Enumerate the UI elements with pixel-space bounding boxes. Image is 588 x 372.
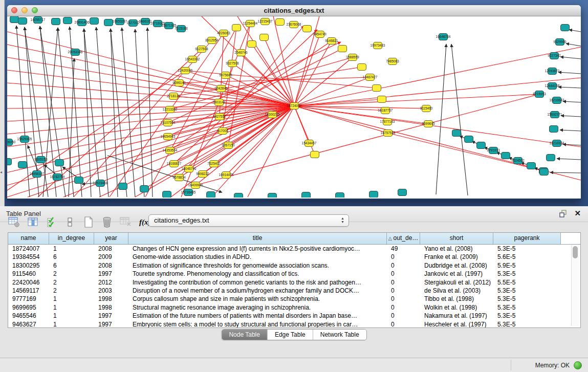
network-node[interactable] bbox=[104, 19, 113, 26]
network-node[interactable] bbox=[561, 25, 570, 31]
table-row[interactable]: 1456911722003Disruption of a novel membe… bbox=[8, 287, 580, 295]
network-node[interactable]: 16914479 bbox=[219, 172, 234, 179]
network-node[interactable]: 7625402 bbox=[207, 161, 221, 167]
vertical-scrollbar[interactable] bbox=[571, 245, 579, 326]
network-node[interactable]: 12213382 bbox=[163, 106, 178, 113]
network-node[interactable]: 19654943 bbox=[161, 134, 176, 140]
network-node[interactable]: 9227342 bbox=[548, 53, 561, 59]
network-node[interactable]: 10973483 bbox=[371, 42, 385, 49]
network-node[interactable]: 17877143 bbox=[380, 119, 395, 125]
network-node[interactable] bbox=[452, 130, 461, 137]
network-node[interactable]: 26206050 bbox=[7, 139, 16, 146]
network-node[interactable] bbox=[303, 26, 312, 32]
tab-network-table[interactable]: Network Table bbox=[313, 330, 366, 340]
column-header-in_degree[interactable]: in_degree bbox=[49, 233, 94, 244]
network-node[interactable]: 8215953 bbox=[533, 91, 546, 98]
table-row[interactable]: 969969511998Structural magnetic resonanc… bbox=[8, 303, 580, 312]
network-node[interactable] bbox=[268, 193, 277, 198]
network-node[interactable]: 16046796 bbox=[182, 166, 197, 172]
column-header-pagerank[interactable]: pagerank bbox=[493, 233, 561, 244]
network-node[interactable] bbox=[527, 163, 536, 169]
network-node[interactable]: 20053346 bbox=[68, 49, 83, 56]
network-node[interactable]: 12210334 bbox=[550, 140, 564, 147]
network-node[interactable]: 9242845 bbox=[214, 85, 228, 92]
show-column-icon[interactable] bbox=[28, 214, 39, 230]
network-node[interactable]: 15692371 bbox=[548, 112, 562, 118]
network-node[interactable]: 11254404 bbox=[243, 20, 258, 27]
network-node[interactable]: 9396140 bbox=[172, 80, 186, 86]
network-node[interactable]: 9498222 bbox=[196, 171, 209, 178]
network-node[interactable] bbox=[373, 85, 381, 92]
network-node[interactable]: 2803144 bbox=[212, 99, 226, 106]
table-row[interactable]: 911546021997Tourette syndrome. Phenomeno… bbox=[8, 270, 580, 278]
column-header-year[interactable]: year bbox=[94, 233, 128, 244]
network-node[interactable] bbox=[276, 19, 285, 26]
network-node[interactable] bbox=[502, 152, 510, 159]
network-node[interactable]: 15529305 bbox=[17, 136, 32, 143]
tab-edge-table[interactable]: Edge Table bbox=[268, 330, 313, 340]
network-node[interactable]: 4226063 bbox=[217, 30, 230, 37]
network-node[interactable] bbox=[398, 189, 407, 196]
network-node[interactable] bbox=[7, 159, 12, 165]
network-node[interactable]: 1588559 bbox=[346, 54, 359, 61]
network-node[interactable]: 9699695 bbox=[422, 121, 435, 127]
network-node[interactable]: 15716485 bbox=[181, 189, 196, 196]
table-selector-dropdown[interactable]: citations_edges.txt ▲▼ bbox=[148, 214, 349, 227]
network-node[interactable] bbox=[550, 126, 558, 133]
network-node[interactable]: 18300295 bbox=[265, 112, 280, 118]
network-node[interactable]: 16107554 bbox=[161, 120, 176, 126]
network-node[interactable]: 7515188 bbox=[175, 26, 188, 32]
network-node[interactable]: 917004 bbox=[217, 128, 228, 135]
network-node[interactable] bbox=[90, 18, 99, 25]
select-columns-icon[interactable] bbox=[46, 214, 57, 230]
network-node[interactable]: 23676068 bbox=[287, 21, 301, 28]
memory-ok-indicator[interactable] bbox=[574, 361, 582, 369]
network-node[interactable] bbox=[260, 34, 269, 41]
new-column-icon[interactable] bbox=[83, 214, 94, 230]
network-node[interactable] bbox=[547, 155, 555, 161]
network-node[interactable]: 9505153 bbox=[34, 157, 48, 163]
window-titlebar[interactable]: citations_edges.txt bbox=[7, 5, 581, 16]
table-row[interactable]: 977716911998Corpus callosum shape and si… bbox=[8, 295, 580, 303]
network-node[interactable]: 16543382 bbox=[185, 56, 200, 63]
network-node[interactable] bbox=[338, 46, 347, 52]
network-node[interactable]: 20891406 bbox=[75, 19, 90, 26]
network-node[interactable] bbox=[311, 151, 319, 158]
network-node[interactable] bbox=[234, 193, 243, 198]
splitter-collapse-icon[interactable]: ◂ bbox=[0, 170, 2, 174]
network-node[interactable] bbox=[52, 18, 60, 25]
scrollbar-thumb[interactable] bbox=[573, 246, 578, 258]
float-panel-icon[interactable] bbox=[558, 209, 568, 218]
network-node[interactable]: 9127508 bbox=[195, 46, 208, 53]
network-node[interactable]: 8454749 bbox=[313, 31, 326, 38]
network-node[interactable] bbox=[75, 177, 83, 184]
network-node[interactable]: 16210643 bbox=[550, 97, 564, 104]
table-row[interactable]: 1938455462009Genome-wide association stu… bbox=[8, 253, 580, 261]
network-node[interactable]: 9115460 bbox=[420, 105, 433, 112]
network-canvas[interactable]: 1405571720891406106532871527002646616110… bbox=[7, 16, 581, 198]
network-node[interactable]: 9327508 bbox=[226, 60, 239, 67]
network-node[interactable] bbox=[163, 191, 171, 198]
network-node[interactable]: 2546746 bbox=[234, 50, 248, 56]
close-panel-icon[interactable]: ✕ bbox=[574, 209, 581, 218]
network-node[interactable]: 9267150 bbox=[222, 142, 235, 149]
network-node[interactable] bbox=[140, 186, 149, 192]
network-node[interactable]: 9146821 bbox=[325, 38, 338, 45]
network-node[interactable] bbox=[540, 169, 549, 176]
network-node[interactable] bbox=[55, 160, 64, 166]
table-row[interactable]: 946362711997Embryonic stem cells: a mode… bbox=[8, 320, 580, 328]
network-node[interactable]: 16187757 bbox=[378, 107, 393, 114]
network-node[interactable] bbox=[207, 192, 215, 198]
tab-node-table[interactable]: Node Table bbox=[222, 330, 268, 340]
network-node[interactable]: 9329966 bbox=[553, 39, 567, 46]
table-row[interactable]: 2242004622012Investigating the contribut… bbox=[8, 278, 580, 287]
network-node[interactable]: 7485083 bbox=[386, 58, 399, 65]
network-node[interactable] bbox=[232, 25, 241, 31]
network-node[interactable]: 12215437 bbox=[258, 18, 273, 25]
network-node[interactable] bbox=[119, 183, 127, 190]
network-node[interactable]: 8912954 bbox=[205, 37, 219, 44]
table-row[interactable]: 1872400712008Changes of HCN gene express… bbox=[8, 245, 580, 253]
network-node[interactable] bbox=[477, 142, 486, 149]
network-node[interactable] bbox=[358, 64, 366, 71]
network-node[interactable]: 10653287 bbox=[113, 18, 127, 25]
